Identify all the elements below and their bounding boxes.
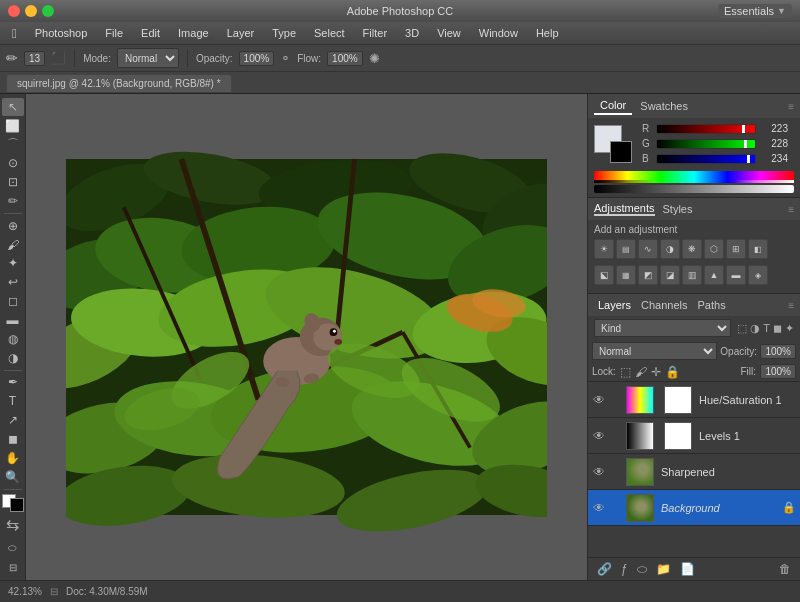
add-style-btn[interactable]: ƒ bbox=[618, 561, 631, 577]
adj-panel-close[interactable]: ≡ bbox=[788, 204, 794, 215]
crop-tool[interactable]: ⊡ bbox=[2, 173, 24, 191]
switch-colors-icon[interactable]: ⇆ bbox=[6, 515, 19, 534]
posterize-btn[interactable]: ▥ bbox=[682, 265, 702, 285]
airbrush-icon[interactable]: ⚬ bbox=[280, 51, 291, 66]
menu-select[interactable]: Select bbox=[306, 25, 353, 41]
workspace-selector[interactable]: Essentials ▼ bbox=[718, 4, 792, 18]
photo-filter-btn[interactable]: ⬕ bbox=[594, 265, 614, 285]
lock-all-icon[interactable]: 🔒 bbox=[665, 365, 680, 379]
gradient-tool[interactable]: ▬ bbox=[2, 311, 24, 329]
fill-value-display[interactable]: 100% bbox=[760, 364, 796, 379]
styles-tab[interactable]: Styles bbox=[663, 203, 693, 215]
smart-filter-icon[interactable]: ✦ bbox=[785, 322, 794, 335]
document-tab[interactable]: squirrel.jpg @ 42.1% (Background, RGB/8#… bbox=[6, 74, 232, 92]
blend-mode-select[interactable]: Normal bbox=[592, 342, 717, 360]
bw-btn[interactable]: ◧ bbox=[748, 239, 768, 259]
menu-type[interactable]: Type bbox=[264, 25, 304, 41]
type-filter-icon[interactable]: T bbox=[763, 322, 770, 335]
menu-help[interactable]: Help bbox=[528, 25, 567, 41]
brush-tool[interactable]: 🖌 bbox=[2, 236, 24, 254]
move-tool[interactable]: ↖ bbox=[2, 98, 24, 116]
blur-tool[interactable]: ◍ bbox=[2, 330, 24, 348]
menu-3d[interactable]: 3D bbox=[397, 25, 427, 41]
lock-position-icon[interactable]: ✛ bbox=[651, 365, 661, 379]
healing-tool[interactable]: ⊕ bbox=[2, 217, 24, 235]
lock-pixels-icon[interactable]: 🖌 bbox=[635, 365, 647, 379]
apple-menu[interactable]:  bbox=[4, 26, 25, 41]
menu-edit[interactable]: Edit bbox=[133, 25, 168, 41]
b-slider[interactable] bbox=[656, 154, 756, 164]
menu-filter[interactable]: Filter bbox=[355, 25, 395, 41]
color-balance-btn[interactable]: ⊞ bbox=[726, 239, 746, 259]
channels-tab[interactable]: Channels bbox=[637, 297, 691, 313]
layer-visibility-sharpened[interactable]: 👁 bbox=[592, 465, 606, 479]
history-tool[interactable]: ↩ bbox=[2, 273, 24, 291]
shape-tool[interactable]: ◼ bbox=[2, 430, 24, 448]
brightness-contrast-btn[interactable]: ☀ bbox=[594, 239, 614, 259]
new-layer-btn[interactable]: 📄 bbox=[677, 561, 698, 577]
stylus-pressure-icon[interactable]: ✺ bbox=[369, 51, 380, 66]
exposure-btn[interactable]: ◑ bbox=[660, 239, 680, 259]
hue-sat-adj-btn[interactable]: ⬡ bbox=[704, 239, 724, 259]
marquee-tool[interactable]: ⬜ bbox=[2, 117, 24, 135]
color-lookup-btn[interactable]: ◩ bbox=[638, 265, 658, 285]
lasso-tool[interactable]: ⌒ bbox=[2, 136, 24, 154]
menu-layer[interactable]: Layer bbox=[219, 25, 263, 41]
swatches-tab[interactable]: Swatches bbox=[634, 98, 694, 114]
menu-image[interactable]: Image bbox=[170, 25, 217, 41]
adj-filter-icon[interactable]: ◑ bbox=[750, 322, 760, 335]
opacity-value-display[interactable]: 100% bbox=[760, 344, 796, 359]
image-canvas[interactable] bbox=[66, 114, 547, 560]
background-color[interactable] bbox=[10, 498, 24, 512]
maximize-button[interactable] bbox=[42, 5, 54, 17]
eyedropper-tool[interactable]: ✏ bbox=[2, 192, 24, 210]
color-tab[interactable]: Color bbox=[594, 97, 632, 115]
curves-btn[interactable]: ∿ bbox=[638, 239, 658, 259]
selective-color-btn[interactable]: ◈ bbox=[748, 265, 768, 285]
layer-item-levels[interactable]: 👁 Levels 1 bbox=[588, 418, 800, 454]
color-swatches[interactable] bbox=[2, 494, 24, 512]
threshold-btn[interactable]: ▲ bbox=[704, 265, 724, 285]
adjustments-tab[interactable]: Adjustments bbox=[594, 202, 655, 216]
g-slider[interactable] bbox=[656, 139, 756, 149]
layer-visibility-levels[interactable]: 👁 bbox=[592, 429, 606, 443]
pixel-filter-icon[interactable]: ⬚ bbox=[737, 322, 747, 335]
layer-item-sharpened[interactable]: 👁 Sharpened bbox=[588, 454, 800, 490]
menu-window[interactable]: Window bbox=[471, 25, 526, 41]
gradient-map-btn[interactable]: ▬ bbox=[726, 265, 746, 285]
layers-tab[interactable]: Layers bbox=[594, 297, 635, 313]
hand-tool[interactable]: ✋ bbox=[2, 449, 24, 467]
screen-mode-btn[interactable]: ⊟ bbox=[2, 558, 24, 576]
background-swatch[interactable] bbox=[610, 141, 632, 163]
dodge-tool[interactable]: ◑ bbox=[2, 349, 24, 367]
quick-select-tool[interactable]: ⊙ bbox=[2, 155, 24, 173]
stamp-tool[interactable]: ✦ bbox=[2, 255, 24, 273]
channel-mixer-btn[interactable]: ▦ bbox=[616, 265, 636, 285]
traffic-lights[interactable] bbox=[8, 5, 54, 17]
delete-layer-btn[interactable]: 🗑 bbox=[776, 561, 794, 577]
zoom-icon[interactable]: ⊟ bbox=[50, 586, 58, 597]
color-panel-close[interactable]: ≡ bbox=[788, 101, 794, 112]
menu-file[interactable]: File bbox=[97, 25, 131, 41]
layer-item-background[interactable]: 👁 Background 🔒 bbox=[588, 490, 800, 526]
r-slider[interactable] bbox=[656, 124, 756, 134]
spectrum-bar[interactable] bbox=[594, 171, 794, 183]
add-mask-btn[interactable]: ⬭ bbox=[634, 561, 650, 577]
layer-visibility-background[interactable]: 👁 bbox=[592, 501, 606, 515]
quick-mask-btn[interactable]: ⬭ bbox=[2, 539, 24, 557]
layer-item-huesat[interactable]: 👁 Hue/Saturation 1 bbox=[588, 382, 800, 418]
mode-select[interactable]: Normal Multiply Screen bbox=[117, 48, 179, 68]
lock-transparent-icon[interactable]: ⬚ bbox=[620, 365, 631, 379]
shape-filter-icon[interactable]: ◼ bbox=[773, 322, 782, 335]
layers-panel-close[interactable]: ≡ bbox=[788, 300, 794, 311]
menu-photoshop[interactable]: Photoshop bbox=[27, 25, 96, 41]
grayscale-bar[interactable] bbox=[594, 185, 794, 193]
zoom-tool[interactable]: 🔍 bbox=[2, 468, 24, 486]
layer-visibility-huesat[interactable]: 👁 bbox=[592, 393, 606, 407]
levels-btn[interactable]: ▤ bbox=[616, 239, 636, 259]
vibrance-btn[interactable]: ❋ bbox=[682, 239, 702, 259]
invert-btn[interactable]: ◪ bbox=[660, 265, 680, 285]
path-tool[interactable]: ↗ bbox=[2, 411, 24, 429]
brush-preset-icon[interactable]: ⬛ bbox=[51, 51, 66, 65]
eraser-tool[interactable]: ◻ bbox=[2, 292, 24, 310]
